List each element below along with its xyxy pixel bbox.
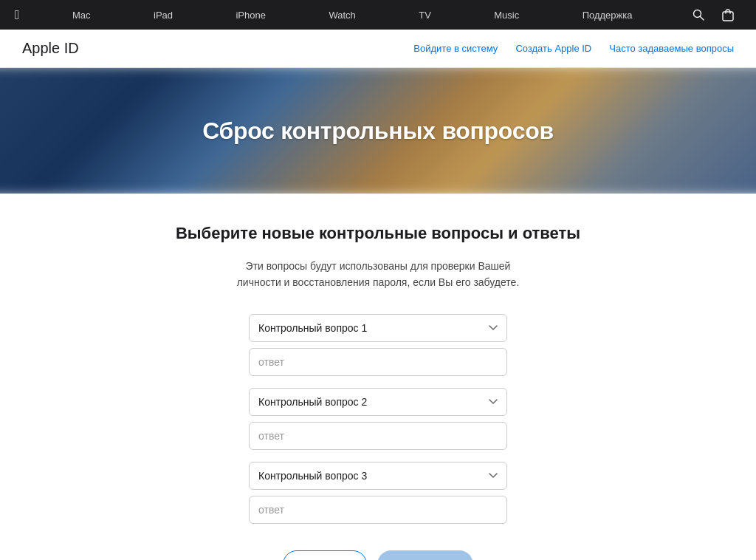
- nav-iphone[interactable]: iPhone: [225, 10, 275, 21]
- nav-ipad[interactable]: iPad: [143, 10, 183, 21]
- top-navigation:  Mac iPad iPhone Watch TV Music Поддерж…: [0, 0, 756, 30]
- nav-music[interactable]: Music: [484, 10, 529, 21]
- form-description: Эти вопросы будут использованы для прове…: [223, 258, 533, 291]
- nav-icons-group: [685, 0, 741, 30]
- hero-banner: Сброс контрольных вопросов: [0, 68, 756, 194]
- apple-id-bar: Apple ID Войдите в систему Создать Apple…: [0, 30, 756, 68]
- form-wrapper: Контрольный вопрос 1 Контрольный вопрос …: [249, 314, 507, 560]
- question-group-3: Контрольный вопрос 3: [249, 462, 507, 524]
- main-content: Выберите новые контрольные вопросы и отв…: [97, 194, 659, 560]
- apple-id-nav-links: Войдите в систему Создать Apple ID Часто…: [413, 43, 734, 54]
- question-select-2[interactable]: Контрольный вопрос 2: [249, 388, 507, 416]
- answer-input-3[interactable]: [249, 496, 507, 524]
- svg-rect-2: [723, 12, 733, 21]
- create-link[interactable]: Создать Apple ID: [515, 43, 591, 54]
- signin-link[interactable]: Войдите в систему: [413, 43, 498, 54]
- question-select-1[interactable]: Контрольный вопрос 1: [249, 314, 507, 342]
- svg-point-0: [693, 10, 701, 18]
- svg-line-1: [700, 17, 704, 21]
- apple-logo[interactable]: : [15, 7, 20, 23]
- search-icon[interactable]: [685, 0, 712, 30]
- faq-link[interactable]: Часто задаваемые вопросы: [609, 43, 734, 54]
- apple-id-logo[interactable]: Apple ID: [22, 40, 79, 57]
- continue-button[interactable]: Продолжить: [377, 550, 473, 560]
- nav-watch[interactable]: Watch: [318, 10, 365, 21]
- hero-title: Сброс контрольных вопросов: [202, 117, 554, 145]
- form-title: Выберите новые контрольные вопросы и отв…: [112, 223, 644, 245]
- question-select-3[interactable]: Контрольный вопрос 3: [249, 462, 507, 490]
- bag-icon[interactable]: [715, 0, 741, 30]
- nav-support[interactable]: Поддержка: [572, 10, 643, 21]
- nav-mac[interactable]: Mac: [62, 10, 101, 21]
- button-row: Отменить Продолжить: [249, 550, 507, 560]
- answer-input-2[interactable]: [249, 422, 507, 450]
- cancel-button[interactable]: Отменить: [283, 550, 367, 560]
- answer-input-1[interactable]: [249, 348, 507, 376]
- nav-tv[interactable]: TV: [408, 10, 441, 21]
- question-group-2: Контрольный вопрос 2: [249, 388, 507, 450]
- question-group-1: Контрольный вопрос 1: [249, 314, 507, 376]
